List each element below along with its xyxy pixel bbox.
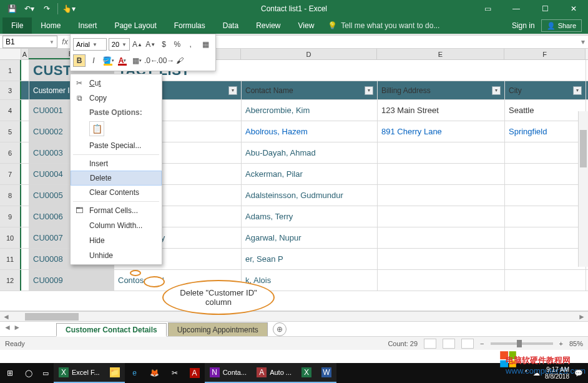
font-size-select[interactable]: 20▼ [109,38,130,51]
sign-in-link[interactable]: Sign in [512,21,535,30]
maximize-icon[interactable]: ☐ [531,0,559,17]
task-acrobat[interactable]: A [185,363,205,383]
font-color-button[interactable]: A▾ [116,54,129,67]
minimize-icon[interactable]: — [502,0,531,17]
vertical-scrollbar[interactable] [578,111,588,267]
formula-expand-icon[interactable]: ▾ [578,37,588,46]
undo-icon[interactable]: ↶▾ [21,1,37,16]
italic-button[interactable]: I [87,54,100,67]
annotation-callout: Delete "Customer ID" column [119,270,275,320]
taskbar-clock[interactable]: 9:17 AM8/8/2018 [545,366,569,380]
zoom-out-icon[interactable]: − [480,340,484,347]
tab-view[interactable]: View [290,17,323,34]
task-file-explorer[interactable]: 📁 [105,363,125,383]
menu-paste-options-label: Paste Options: [71,106,162,119]
col-header-e[interactable]: E [377,49,504,59]
decrease-decimal-button[interactable]: .0← [145,54,157,67]
save-icon[interactable]: 💾 [4,1,20,16]
tab-review[interactable]: Review [247,17,289,34]
task-excel-2[interactable]: X [296,363,316,383]
tab-formulas[interactable]: Formulas [165,17,214,34]
filter-icon[interactable]: ▾ [492,86,501,95]
filter-icon[interactable]: ▾ [365,86,373,95]
mini-toolbar: Arial▼ 20▼ A▲ A▼ $ % , ▦ B I 🪣▾ A▾ ▦▾ .0… [70,34,216,71]
cortana-icon[interactable]: ◯ [20,363,37,383]
menu-column-width[interactable]: Column Width... [71,218,162,233]
task-firefox[interactable]: 🦊 [145,363,165,383]
sheet-tab[interactable]: Upcoming Appointments [168,322,268,336]
tab-home[interactable]: Home [32,17,69,34]
sheet-tab-active[interactable]: Customer Contact Details [56,323,167,337]
close-icon[interactable]: ✕ [559,0,588,17]
shrink-font-button[interactable]: A▼ [145,38,156,51]
row-header[interactable]: 3 [0,81,21,99]
header-billing-address[interactable]: Billing Address▾ [378,81,505,99]
fill-color-button[interactable]: 🪣▾ [102,54,114,67]
zoom-in-icon[interactable]: + [559,340,563,347]
menu-clear-contents[interactable]: Clear Contents [71,185,162,200]
menu-unhide[interactable]: Unhide [71,248,162,263]
menu-hide[interactable]: Hide [71,233,162,248]
format-icon: 🗔 [74,206,84,215]
tab-insert[interactable]: Insert [69,17,105,34]
header-city[interactable]: City▾ [505,81,586,99]
filter-icon[interactable]: ▾ [228,86,237,95]
percent-button[interactable]: % [172,38,183,51]
view-page-break-icon[interactable] [461,339,474,349]
filter-icon[interactable]: ▾ [573,86,582,95]
currency-button[interactable]: $ [158,38,169,51]
fx-icon[interactable]: fx [59,37,71,46]
status-count: Count: 29 [388,340,418,347]
select-all-corner[interactable] [0,49,21,59]
ribbon-options-icon[interactable]: ▭ [473,0,502,17]
col-header-f[interactable]: F [504,49,586,59]
start-button[interactable]: ⊞ [0,363,20,383]
cut-icon: ✂ [74,79,84,87]
col-header-a[interactable]: A [21,49,29,59]
col-header-d[interactable]: D [241,49,377,59]
touch-mode-icon[interactable]: 👆▾ [61,1,77,16]
tab-data[interactable]: Data [214,17,247,34]
borders-button[interactable]: ▦▾ [130,54,143,67]
merge-button[interactable]: ▦ [198,38,213,51]
task-excel[interactable]: XExcel F... [54,363,105,383]
horizontal-scrollbar[interactable]: ◄ ► [0,311,588,321]
menu-insert[interactable]: Insert [71,156,162,171]
tell-me-search[interactable]: 💡Tell me what you want to do... [328,17,439,34]
font-family-select[interactable]: Arial▼ [73,38,107,51]
redo-icon[interactable]: ↷ [39,1,55,16]
header-contact-name[interactable]: Contact Name▾ [242,81,378,99]
task-view-icon[interactable]: ▭ [37,363,54,383]
paste-icon[interactable]: 📋 [89,121,104,136]
task-ie[interactable]: e [125,363,145,383]
new-sheet-button[interactable]: ⊕ [273,322,287,336]
zoom-slider[interactable] [491,342,553,345]
tray-up-icon[interactable]: ˄ [524,369,528,377]
task-access[interactable]: AAuto ... [252,363,296,383]
tab-file[interactable]: File [2,17,32,34]
view-normal-icon[interactable] [424,339,436,349]
task-onenote[interactable]: NConta... [205,363,252,383]
share-button[interactable]: 👤Share [541,19,582,32]
zoom-level[interactable]: 85% [569,340,583,347]
view-page-layout-icon[interactable] [443,339,455,349]
menu-format-cells[interactable]: 🗔Format Cells... [71,203,162,218]
menu-cut[interactable]: ✂Cut [71,76,162,91]
increase-decimal-button[interactable]: .00→ [159,54,172,67]
person-icon: 👤 [547,22,556,30]
name-box[interactable]: B1▼ [2,36,57,48]
sheet-nav[interactable]: ◄ ► [4,323,21,332]
tab-page-layout[interactable]: Page Layout [105,17,165,34]
tray-notifications-icon[interactable]: 💬 [574,369,583,377]
task-snip[interactable]: ✂ [165,363,185,383]
grow-font-button[interactable]: A▲ [132,38,143,51]
tray-onedrive-icon[interactable]: ☁ [533,369,540,377]
menu-paste-special[interactable]: Paste Special... [71,138,162,153]
menu-copy[interactable]: ⧉Copy [71,91,162,106]
format-painter-button[interactable]: 🖌 [174,54,186,67]
row-header[interactable]: 1 [0,60,21,81]
comma-button[interactable]: , [185,38,196,51]
menu-delete[interactable]: Delete [71,171,162,186]
bold-button[interactable]: B [73,54,86,67]
task-word[interactable]: W [316,363,336,383]
